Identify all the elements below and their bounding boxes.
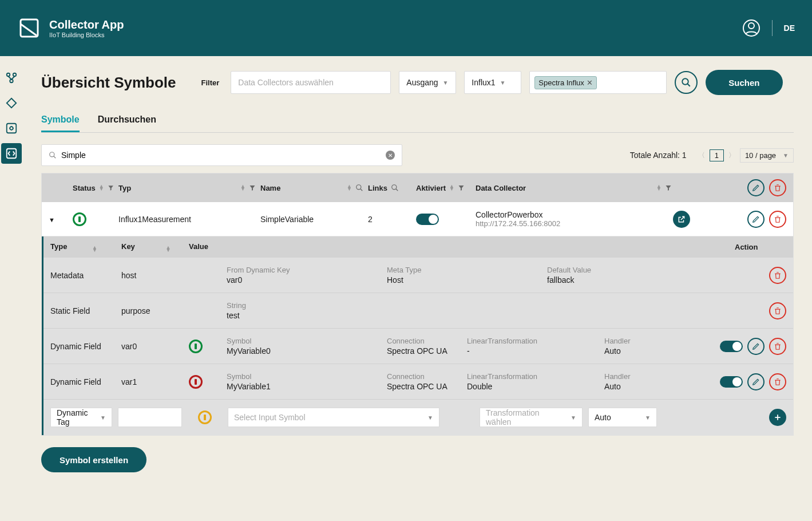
nested-cell-type: Dynamic Field [50,377,121,386]
add-row-button[interactable] [769,409,786,426]
svg-rect-6 [7,124,17,133]
tag-filter-input[interactable]: Spectra Influx ✕ [529,71,667,94]
delete-row-button[interactable] [769,211,786,228]
value-value: Host [387,275,547,285]
nested-toggle[interactable] [720,376,743,388]
value-label: String [227,301,387,310]
nested-toggle[interactable] [720,341,743,352]
value-value: MyVariable0 [227,346,387,356]
value-value: - [467,346,604,356]
nested-delete-button[interactable] [769,267,786,284]
add-transform-select[interactable]: Transformation wählen▼ [480,408,583,427]
value-value: Auto [604,382,667,391]
page-current[interactable]: 1 [710,149,724,161]
add-symbol-select[interactable]: Select Input Symbol▼ [228,408,439,427]
col-status[interactable]: Status ▲▼ [73,184,114,192]
filter-icon[interactable] [665,184,672,191]
trash-icon [774,307,782,315]
page-size-select[interactable]: 10 / page▼ [740,148,794,163]
user-icon[interactable] [742,19,760,37]
ncol-type[interactable]: Type ▲▼ [50,242,121,252]
nested-delete-button[interactable] [769,338,786,355]
value-value: Spectra OPC UA [387,382,467,391]
nested-row: Dynamic Fieldvar0SymbolMyVariable0Connec… [43,329,793,364]
tab-durchsuchen[interactable]: Durchsuchen [98,109,156,132]
plus-icon [774,413,782,421]
nested-edit-button[interactable] [747,338,765,355]
sidebar-item-symbols[interactable] [1,143,22,164]
expand-row-icon[interactable]: ▼ [49,216,55,223]
sidebar [0,56,23,486]
nested-delete-button[interactable] [769,302,786,319]
sort-icon[interactable]: ▲▼ [656,185,662,191]
filter-icon[interactable] [458,184,465,191]
chevron-down-icon: ▼ [500,80,506,86]
col-aktiviert[interactable]: Aktiviert ▲▼ [416,184,471,192]
tag-remove-icon[interactable]: ✕ [587,78,593,87]
sort-icon[interactable]: ▲▼ [240,185,245,191]
search-icon [49,151,57,159]
sort-icon[interactable]: ▲▼ [347,185,352,191]
search-icon[interactable] [355,184,363,192]
sort-icon[interactable]: ▲▼ [449,185,454,191]
nested-table: Type ▲▼ Key ▲▼ Value Action Metadatahost… [42,236,793,435]
nested-row: Dynamic Fieldvar1SymbolMyVariable1Connec… [43,364,793,400]
direction-select[interactable]: Ausgang ▼ [399,71,456,94]
nested-cell-type: Dynamic Field [50,342,121,351]
activate-toggle[interactable] [416,214,439,225]
filter-search-button[interactable] [675,71,698,94]
sidebar-item-channels[interactable] [1,93,22,113]
status-indicator [189,340,203,353]
page-prev-icon[interactable]: 〈 [698,151,705,160]
open-link-button[interactable] [673,211,690,228]
delete-all-button[interactable] [769,179,786,196]
sidebar-item-connections[interactable] [1,68,22,88]
tab-symbole[interactable]: Symbole [41,109,80,132]
ncol-key[interactable]: Key ▲▼ [121,242,189,252]
nested-row: Static FieldpurposeStringtest [43,293,793,329]
svg-point-4 [13,73,17,77]
logo-area: Collector App IIoT Building Blocks [17,16,124,40]
create-symbol-button[interactable]: Symbol erstellen [41,447,146,472]
nested-edit-button[interactable] [747,373,765,390]
trash-icon [774,271,782,279]
filter-icon[interactable] [249,184,256,191]
filter-icon[interactable] [108,184,114,191]
nested-cell-key: purpose [121,306,189,315]
pagination: 〈 1 〉 10 / page▼ [698,148,794,163]
symbol-search-box[interactable]: ✕ [41,144,402,166]
header-divider [772,20,773,36]
language-switch[interactable]: DE [784,23,795,33]
ncol-action: Action [700,242,786,252]
add-handler-select[interactable]: Auto▼ [588,408,657,427]
symbols-table: Status ▲▼ Typ ▲▼ Name ▲▼ Links [41,173,794,436]
col-name[interactable]: Name ▲▼ [260,184,363,192]
page-next-icon[interactable]: 〉 [728,151,735,160]
value-label: From Dynamic Key [227,266,387,274]
col-typ[interactable]: Typ ▲▼ [118,184,256,192]
channel-select[interactable]: Influx1 ▼ [464,71,521,94]
value-value: Double [467,382,604,391]
symbol-search-input[interactable] [61,151,381,160]
page-title: Übersicht Symbole [41,74,176,92]
col-links[interactable]: Links [368,184,411,192]
edit-icon [752,378,760,386]
sidebar-item-links[interactable] [1,118,22,139]
sort-icon[interactable]: ▲▼ [99,185,104,191]
data-collectors-select[interactable]: Data Collectors auswählen [231,71,391,94]
value-label: Connection [387,372,467,381]
search-button[interactable]: Suchen [706,70,782,95]
edit-all-button[interactable] [747,179,765,196]
edit-row-button[interactable] [747,211,765,228]
cell-links: 2 [368,215,411,224]
svg-point-9 [50,152,54,157]
col-data-collector[interactable]: Data Collector ▲▼ [476,184,672,192]
search-icon[interactable] [391,184,399,192]
nested-delete-button[interactable] [769,373,786,390]
svg-point-3 [7,73,10,77]
value-value: MyVariable1 [227,382,387,391]
clear-search-icon[interactable]: ✕ [386,151,395,160]
add-key-input[interactable] [118,408,182,427]
dc-name: CollectorPowerbox [476,210,668,219]
add-type-select[interactable]: Dynamic Tag▼ [50,408,112,427]
